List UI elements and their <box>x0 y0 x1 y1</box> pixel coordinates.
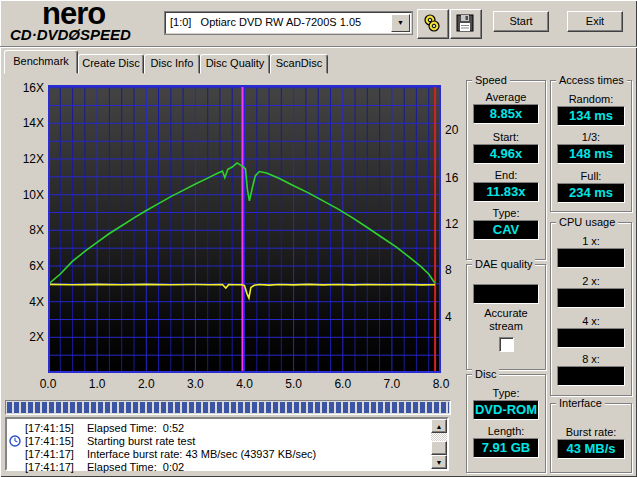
burst-rate-display: 43 MB/s <box>557 439 625 459</box>
access-random-display: 134 ms <box>557 106 625 126</box>
speed-start-display: 4.96x <box>473 144 539 164</box>
speed-end-label: End: <box>467 169 545 182</box>
access-full-display: 234 ms <box>557 183 625 203</box>
cpu-4x-label: 4 x: <box>551 315 631 328</box>
tab-create-disc[interactable]: Create Disc <box>78 54 144 74</box>
log-timestamp: [17:41:17] <box>25 448 87 461</box>
interface-panel: Interface Burst rate:43 MB/s <box>550 403 632 473</box>
y-axis-tick: 10X <box>8 188 44 202</box>
cpu-1x-label: 1 x: <box>551 235 631 248</box>
log-message: Elapsed Time: 0:52 <box>87 422 184 434</box>
cd-dvd-speed-logo-text: CD·DVDØSPEED <box>10 27 160 43</box>
accurate-stream-label-line1: Accurate <box>467 307 545 320</box>
speed-panel: Speed Average8.85x Start:4.96x End:11.83… <box>466 80 546 260</box>
save-icon <box>455 13 475 33</box>
disc-type-label: Type: <box>467 387 545 400</box>
drive-select-combobox[interactable]: [1:0] Optiarc DVD RW AD-7200S 1.05 ▼ <box>165 12 412 34</box>
log-timestamp: [17:41:15] <box>25 422 87 435</box>
access-full-label: Full: <box>551 170 631 183</box>
accurate-stream-checkbox[interactable] <box>499 337 514 352</box>
tab-disc-quality[interactable]: Disc Quality <box>200 54 270 74</box>
progress-bar-fill <box>7 402 449 413</box>
y-axis-tick: 8X <box>8 223 44 237</box>
log-row: [17:41:15]Elapsed Time: 0:52 <box>7 422 431 435</box>
x-axis-tick: 7.0 <box>379 377 405 391</box>
y-axis-tick: 4X <box>8 295 44 309</box>
nero-logo: nero CD·DVDØSPEED <box>10 1 160 43</box>
log-scrollbar[interactable]: ▲ ▼ <box>431 419 447 469</box>
drive-select-value: [1:0] Optiarc DVD RW AD-7200S 1.05 <box>170 16 361 28</box>
speed-panel-title: Speed <box>472 74 510 86</box>
discs-icon <box>422 13 442 33</box>
save-button[interactable] <box>450 9 482 39</box>
y-axis-tick: 16X <box>8 81 44 95</box>
disc-panel-title: Disc <box>472 368 499 380</box>
disc-type-display: DVD-ROM <box>473 400 539 420</box>
x-axis-tick: 0.0 <box>35 377 61 391</box>
access-random-label: Random: <box>551 93 631 106</box>
tab-scandisc[interactable]: ScanDisc <box>270 54 328 74</box>
access-times-panel-title: Access times <box>556 74 627 86</box>
cpu-2x-label: 2 x: <box>551 275 631 288</box>
disc-glyph-icon: Ø <box>68 26 80 43</box>
speed-start-label: Start: <box>467 131 545 144</box>
speed-type-label: Type: <box>467 207 545 220</box>
x-axis-tick: 8.0 <box>428 377 454 391</box>
y-axis-tick: 2X <box>8 330 44 344</box>
y-axis-tick: 14X <box>8 116 44 130</box>
clock-icon <box>9 435 23 448</box>
log-row: [17:41:17]Elapsed Time: 0:02 <box>7 461 431 474</box>
log-rows: [17:41:15]Elapsed Time: 0:52[17:41:15]St… <box>7 422 431 474</box>
cpu-usage-panel-title: CPU usage <box>556 216 618 228</box>
x-axis-tick: 2.0 <box>133 377 159 391</box>
y-axis-tick: 12X <box>8 152 44 166</box>
scroll-up-button[interactable]: ▲ <box>431 419 447 433</box>
cpu-4x-display <box>557 328 625 348</box>
log-message: Elapsed Time: 0:02 <box>87 461 184 473</box>
cpu-8x-display <box>557 366 625 386</box>
eject-discs-button[interactable] <box>417 9 449 39</box>
chevron-down-icon: ▼ <box>397 19 404 26</box>
interface-panel-title: Interface <box>556 397 605 409</box>
disc-panel: Disc Type:DVD-ROM Length:7.91 GB <box>466 374 546 473</box>
header-separator <box>0 46 637 48</box>
log-row: [17:41:15]Starting burst rate test <box>7 435 431 448</box>
log-timestamp: [17:41:17] <box>25 461 87 474</box>
start-button[interactable]: Start <box>493 11 549 32</box>
accurate-stream-label-line2: stream <box>467 320 545 333</box>
x-axis-tick: 4.0 <box>232 377 258 391</box>
log-timestamp: [17:41:15] <box>25 435 87 448</box>
log-message: Starting burst rate test <box>87 435 195 447</box>
x-axis-tick: 5.0 <box>281 377 307 391</box>
cpu-usage-panel: CPU usage 1 x: 2 x: 4 x: 8 x: <box>550 222 632 396</box>
benchmark-chart <box>48 85 441 373</box>
dae-quality-panel: DAE quality Accuratestream <box>466 264 546 370</box>
dae-quality-display <box>473 284 539 304</box>
burst-rate-label: Burst rate: <box>551 426 631 439</box>
log-row: [17:41:17]Interface burst rate: 43 MB/se… <box>7 448 431 461</box>
scrollbar-thumb[interactable] <box>431 441 447 455</box>
nero-logo-text: nero <box>42 1 160 27</box>
x-axis-tick: 1.0 <box>84 377 110 391</box>
scroll-down-button[interactable]: ▼ <box>431 455 447 469</box>
exit-button[interactable]: Exit <box>567 11 623 32</box>
tab-disc-info[interactable]: Disc Info <box>144 54 200 74</box>
cpu-8x-label: 8 x: <box>551 353 631 366</box>
tab-benchmark[interactable]: Benchmark <box>4 50 78 74</box>
log-listbox[interactable]: [17:41:15]Elapsed Time: 0:52[17:41:15]St… <box>5 417 449 471</box>
cpu-1x-display <box>557 248 625 268</box>
arrow-down-icon: ▼ <box>436 459 443 466</box>
disc-length-display: 7.91 GB <box>473 438 539 458</box>
speed-end-display: 11.83x <box>473 182 539 202</box>
cpu-2x-display <box>557 288 625 308</box>
x-axis-tick: 3.0 <box>182 377 208 391</box>
access-one-third-label: 1/3: <box>551 131 631 144</box>
access-one-third-display: 148 ms <box>557 144 625 164</box>
nero-cd-dvd-speed-window: nero CD·DVDØSPEED [1:0] Optiarc DVD RW A… <box>0 0 637 477</box>
disc-length-label: Length: <box>467 425 545 438</box>
arrow-up-icon: ▲ <box>436 423 443 430</box>
combobox-arrow-button[interactable]: ▼ <box>391 14 410 32</box>
x-axis-tick: 6.0 <box>330 377 356 391</box>
speed-average-label: Average <box>467 91 545 104</box>
dae-quality-panel-title: DAE quality <box>472 258 535 270</box>
